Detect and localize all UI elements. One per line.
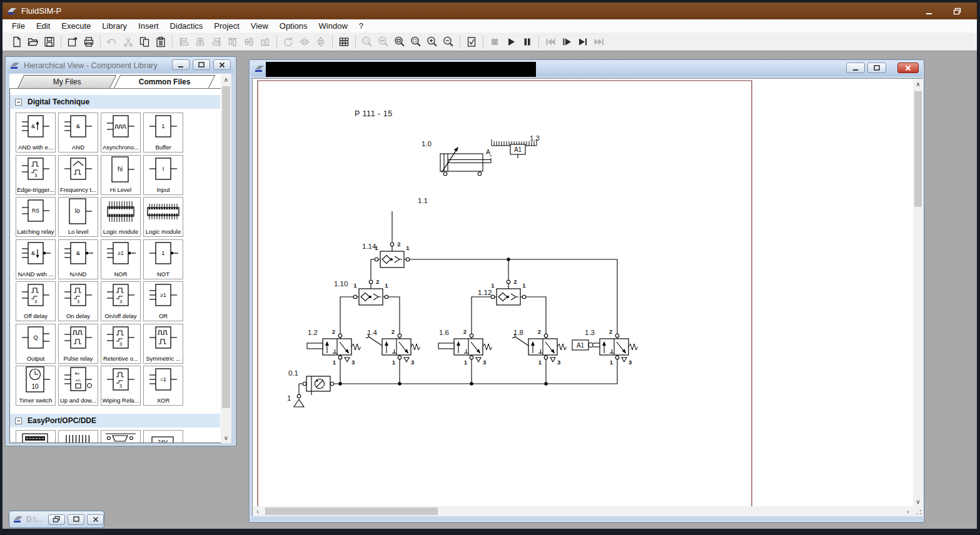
simulate-to-state-change-button[interactable] bbox=[575, 34, 591, 50]
menu-file[interactable]: File bbox=[6, 20, 31, 32]
library-tile-lo-level[interactable]: loLo level bbox=[58, 197, 98, 237]
library-tile-buffer[interactable]: 1Buffer bbox=[143, 112, 183, 152]
zoom-rect-button[interactable] bbox=[408, 34, 424, 50]
valve-1.4[interactable]: 2131.4 bbox=[366, 328, 420, 366]
library-tile-not[interactable]: 1NOT bbox=[143, 239, 183, 279]
app-titlebar[interactable]: FluidSIM-P bbox=[3, 2, 977, 19]
min-close-button[interactable] bbox=[87, 514, 104, 525]
new-button[interactable] bbox=[9, 34, 25, 50]
tab-my-files[interactable]: My Files bbox=[18, 75, 116, 88]
library-tile-easyport-module[interactable] bbox=[16, 430, 56, 443]
circuit-diagram[interactable]: P 111 - 151.01.31.10.11AA12131.22131.421… bbox=[253, 79, 913, 506]
zoom-previous-button[interactable] bbox=[375, 34, 391, 50]
align-center-horizontal-button[interactable] bbox=[192, 34, 208, 50]
library-maximize-button[interactable] bbox=[193, 59, 210, 70]
library-tile-retentive-o[interactable]: 3Retentive o... bbox=[101, 324, 141, 364]
air-service-unit[interactable] bbox=[303, 376, 334, 395]
align-right-button[interactable] bbox=[208, 34, 225, 50]
valve-1.2[interactable]: 2131.2 bbox=[307, 328, 361, 366]
library-scroll-down[interactable]: ∨ bbox=[221, 432, 231, 443]
menu-execute[interactable]: Execute bbox=[56, 20, 96, 32]
library-tile-hi-level[interactable]: hiHi Level bbox=[101, 155, 141, 195]
circuit-hscroll-thumb[interactable] bbox=[265, 508, 438, 515]
library-tile-on-delay[interactable]: 3On delay bbox=[58, 281, 98, 321]
library-close-button[interactable] bbox=[213, 59, 231, 70]
undo-button[interactable] bbox=[104, 34, 120, 50]
compressed-air-supply[interactable] bbox=[294, 394, 304, 407]
library-tile-and[interactable]: &AND bbox=[58, 112, 98, 152]
paste-button[interactable] bbox=[153, 34, 169, 50]
cut-button[interactable] bbox=[120, 34, 136, 50]
align-bottom-button[interactable] bbox=[257, 34, 273, 50]
library-tile-easyport-plug24[interactable]: 24V bbox=[143, 430, 183, 443]
valve-1.6[interactable]: 2131.6 bbox=[438, 328, 492, 366]
library-tile-asynchrono[interactable]: Asynchrono... bbox=[101, 112, 141, 152]
play-button[interactable] bbox=[503, 34, 519, 50]
mirror-horizontal-button[interactable] bbox=[296, 34, 313, 50]
shuttle-valve-1.10[interactable]: 1121.10 bbox=[334, 278, 388, 305]
circuit-minimize-button[interactable] bbox=[846, 62, 865, 73]
menu-library[interactable]: Library bbox=[96, 20, 133, 32]
tab-common-files[interactable]: Common Files bbox=[114, 75, 215, 88]
library-tile-easyport-connector[interactable] bbox=[101, 430, 141, 443]
zoom-original-button[interactable]: 1:1 bbox=[359, 34, 375, 50]
library-minimize-button[interactable] bbox=[172, 59, 189, 70]
library-tile-frequency-t[interactable]: Frequency t... bbox=[58, 155, 98, 195]
library-scroll-up[interactable]: ∧ bbox=[221, 74, 231, 85]
library-tile-logic-module[interactable]: Logic module bbox=[101, 197, 141, 237]
library-tile-input[interactable]: IInput bbox=[143, 155, 183, 195]
library-tile-pulse-relay[interactable]: Pulse relay bbox=[58, 324, 98, 364]
library-tile-timer-switch[interactable]: 10Timer switch bbox=[16, 366, 56, 406]
library-tile-symmetric[interactable]: Symmetric ... bbox=[143, 324, 183, 364]
next-topic-button[interactable] bbox=[591, 34, 607, 50]
shuttle-valve-1.12[interactable]: 1121.12 bbox=[478, 278, 526, 305]
mirror-vertical-button[interactable] bbox=[313, 34, 329, 50]
collapse-icon[interactable] bbox=[15, 99, 22, 106]
minimize-button[interactable] bbox=[923, 6, 936, 16]
section-digital-technique[interactable]: Digital Technique bbox=[10, 95, 220, 109]
restore-button[interactable] bbox=[951, 6, 963, 16]
library-tile-xor[interactable]: =1XOR bbox=[143, 366, 183, 406]
zoom-fit-button[interactable] bbox=[391, 34, 408, 50]
align-top-button[interactable] bbox=[225, 34, 241, 50]
menu-help[interactable]: ? bbox=[353, 20, 369, 32]
circuit-vscroll-thumb[interactable] bbox=[914, 91, 922, 207]
menu-options[interactable]: Options bbox=[274, 20, 313, 32]
circuit-close-button[interactable] bbox=[897, 62, 919, 73]
library-scrollbar[interactable]: ∧ ∨ bbox=[221, 74, 231, 443]
section-easyport-opc-dde[interactable]: EasyPort/OPC/DDE bbox=[10, 414, 220, 428]
zoom-in-button[interactable] bbox=[424, 34, 440, 50]
circuit-titlebar[interactable] bbox=[251, 61, 922, 76]
stop-button[interactable] bbox=[487, 34, 503, 50]
menu-edit[interactable]: Edit bbox=[31, 20, 56, 32]
circuit-scroll-left[interactable]: ‹ bbox=[253, 506, 263, 516]
drawing-size-button[interactable] bbox=[64, 34, 81, 50]
collapse-icon[interactable] bbox=[15, 418, 22, 424]
circuit-maximize-button[interactable] bbox=[867, 62, 886, 73]
library-tile-off-delay[interactable]: 3Off delay bbox=[16, 281, 56, 321]
library-tile-edge-trigger[interactable]: 3Edge-trigger... bbox=[16, 155, 56, 195]
valve-1.8[interactable]: 2131.8 bbox=[512, 328, 567, 366]
resize-grip[interactable] bbox=[913, 506, 923, 516]
library-tile-logic-module[interactable]: Logic module bbox=[143, 197, 183, 237]
circuit-hscrollbar[interactable]: ‹ › bbox=[253, 506, 913, 516]
menu-window[interactable]: Window bbox=[313, 20, 353, 32]
save-button[interactable] bbox=[41, 34, 58, 50]
grid-button[interactable] bbox=[336, 34, 352, 50]
library-tile-up-and-dow[interactable]: ↑+/-Up and dow... bbox=[58, 366, 98, 406]
library-scroll-thumb[interactable] bbox=[222, 86, 230, 408]
menu-view[interactable]: View bbox=[245, 20, 274, 32]
open-button[interactable] bbox=[25, 34, 41, 50]
library-tile-latching-relay[interactable]: RSLatching relay bbox=[16, 197, 56, 237]
align-middle-button[interactable] bbox=[241, 34, 257, 50]
single-step-button[interactable] bbox=[558, 34, 575, 50]
rotate-button[interactable] bbox=[280, 34, 296, 50]
print-button[interactable] bbox=[81, 34, 97, 50]
min-maximize-button[interactable] bbox=[68, 514, 84, 525]
shuttle-valve-1.14[interactable]: 1121.14 bbox=[362, 241, 410, 268]
library-tile-output[interactable]: QOutput bbox=[16, 324, 56, 364]
pause-button[interactable] bbox=[519, 34, 535, 50]
circuit-scroll-down[interactable]: ∨ bbox=[913, 496, 923, 506]
circuit-scroll-up[interactable]: ∧ bbox=[913, 79, 923, 89]
circuit-vscrollbar[interactable]: ∧ ∨ bbox=[913, 79, 923, 506]
